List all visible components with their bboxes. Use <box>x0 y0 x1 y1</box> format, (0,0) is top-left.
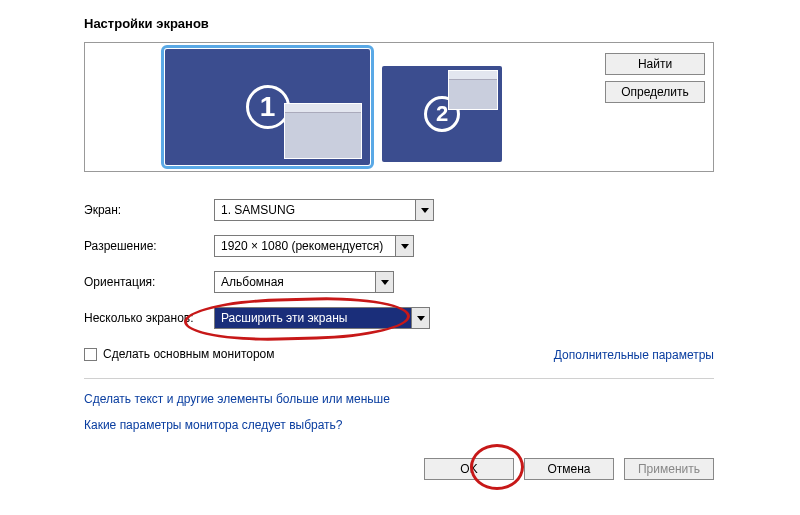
monitor-1-window-icon <box>284 103 362 159</box>
find-button[interactable]: Найти <box>605 53 705 75</box>
apply-button[interactable]: Применить <box>624 458 714 480</box>
cancel-button[interactable]: Отмена <box>524 458 614 480</box>
page-title: Настройки экранов <box>84 16 209 31</box>
screen-label: Экран: <box>84 203 214 217</box>
chevron-down-icon <box>375 272 393 292</box>
orientation-select[interactable]: Альбомная <box>214 271 394 293</box>
monitor-help-link[interactable]: Какие параметры монитора следует выбрать… <box>84 418 390 432</box>
advanced-settings-link[interactable]: Дополнительные параметры <box>554 348 714 362</box>
divider <box>84 378 714 379</box>
settings-fields: Экран: 1. SAMSUNG Разрешение: 1920 × 108… <box>84 192 714 366</box>
chevron-down-icon <box>395 236 413 256</box>
monitor-1-number: 1 <box>246 85 290 129</box>
monitor-2[interactable]: 2 <box>382 66 502 162</box>
make-primary-checkbox[interactable] <box>84 348 97 361</box>
screen-select[interactable]: 1. SAMSUNG <box>214 199 434 221</box>
text-size-link[interactable]: Сделать текст и другие элементы больше и… <box>84 392 390 406</box>
identify-button[interactable]: Определить <box>605 81 705 103</box>
multiple-displays-label: Несколько экранов: <box>84 311 214 325</box>
orientation-select-value: Альбомная <box>215 275 375 289</box>
resolution-select-value: 1920 × 1080 (рекомендуется) <box>215 239 395 253</box>
display-preview-area: 1 2 Найти Определить <box>84 42 714 172</box>
multiple-displays-select[interactable]: Расширить эти экраны <box>214 307 430 329</box>
make-primary-label: Сделать основным монитором <box>103 347 275 361</box>
ok-button[interactable]: OK <box>424 458 514 480</box>
resolution-select[interactable]: 1920 × 1080 (рекомендуется) <box>214 235 414 257</box>
monitor-1[interactable]: 1 <box>165 49 370 165</box>
chevron-down-icon <box>415 200 433 220</box>
monitor-2-window-icon <box>448 70 498 110</box>
orientation-label: Ориентация: <box>84 275 214 289</box>
screen-select-value: 1. SAMSUNG <box>215 203 415 217</box>
multiple-displays-select-value: Расширить эти экраны <box>215 311 411 325</box>
chevron-down-icon <box>411 308 429 328</box>
resolution-label: Разрешение: <box>84 239 214 253</box>
